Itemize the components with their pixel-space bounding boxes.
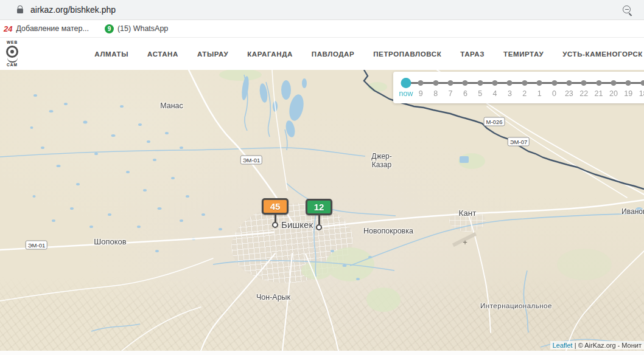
timeline-tick-18[interactable]: 18 (639, 89, 644, 98)
logo-text-top: WEB (7, 41, 18, 45)
map-label-7: Иваново (621, 208, 644, 216)
lock-icon[interactable] (17, 9, 23, 13)
marker-stem (275, 215, 276, 222)
green-count-badge: 9 (105, 24, 114, 33)
map-label-2: Шопоков (94, 238, 126, 247)
bookmark-item-1[interactable]: 9(15) WhatsApp (105, 24, 168, 33)
window-bottom-strip (0, 351, 644, 355)
browser-address-bar[interactable]: airkaz.org/bishkek.php (0, 0, 644, 20)
site-header: WEB CAM АЛМАТЫАСТАНААТЫРАУКАРАГАНДАПАВЛО… (0, 38, 644, 70)
timeline-dot-8[interactable] (433, 80, 438, 86)
timeline-dot-3[interactable] (507, 80, 513, 86)
map-label-5: Джер- Казар (371, 153, 392, 170)
url-text[interactable]: airkaz.org/bishkek.php (30, 5, 116, 15)
timeline-tick-2[interactable]: 2 (522, 89, 527, 98)
timeline-dot-1[interactable] (537, 80, 542, 86)
timeline-dot-4[interactable] (492, 80, 498, 86)
timeline-dot-21[interactable] (596, 80, 601, 86)
timeline-dot-6[interactable] (463, 80, 468, 86)
leaflet-link[interactable]: Leaflet (553, 342, 573, 349)
bookmark-label-0: Добавление матер... (16, 24, 88, 33)
timeline-dot-now[interactable] (401, 78, 411, 88)
timeline-dot-23[interactable] (566, 80, 572, 86)
camera-icon-base (7, 58, 18, 63)
timeline-tick-6[interactable]: 6 (463, 89, 467, 98)
nav-item-0[interactable]: АЛМАТЫ (94, 50, 128, 58)
marker-foot (316, 224, 322, 230)
map-label-8: Интернациональное (480, 302, 552, 310)
timeline-tick-1[interactable]: 1 (537, 89, 542, 98)
timeline-tick-22[interactable]: 22 (579, 89, 588, 98)
aqi-marker-12[interactable]: 12 (306, 199, 332, 230)
road-badge-3: ЭМ-07 (508, 137, 530, 146)
timeline-tick-7[interactable]: 7 (449, 89, 453, 98)
nav-item-7[interactable]: ТЕМИРТАУ (503, 50, 544, 58)
aqi-value-sign[interactable]: 12 (306, 199, 332, 215)
map-label-6: Новопокровка (363, 227, 413, 235)
timeline-tick-5[interactable]: 5 (478, 89, 482, 98)
timeline-dot-9[interactable] (418, 80, 424, 86)
marker-stem (318, 215, 320, 224)
road-badge-0: ЭМ-01 (240, 156, 262, 165)
timeline-tick-9[interactable]: 9 (419, 89, 423, 98)
nav-item-1[interactable]: АСТАНА (147, 50, 178, 58)
zoom-out-icon[interactable] (623, 5, 631, 13)
red-24-favicon: 24 (4, 24, 12, 33)
camera-icon (6, 46, 18, 58)
time-slider[interactable]: now9876543210232221201918 (393, 72, 644, 103)
logo-text-bottom: CAM (7, 63, 18, 67)
bookmark-label-1: (15) WhatsApp (117, 24, 168, 33)
timeline-tick-now[interactable]: now (399, 89, 413, 98)
map-label-3: Кант (458, 209, 476, 218)
webcam-logo[interactable]: WEB CAM (6, 41, 18, 67)
timeline-dot-19[interactable] (626, 80, 631, 86)
timeline-tick-8[interactable]: 8 (433, 89, 438, 98)
attribution-text: | © AirKaz.org - Монит (573, 342, 642, 349)
nav-item-8[interactable]: УСТЬ-КАМЕНОГОРСК (562, 50, 643, 58)
timeline-dot-18[interactable] (640, 80, 644, 86)
airport-symbol: + (463, 238, 467, 247)
timeline-dot-20[interactable] (611, 80, 616, 86)
nav-item-6[interactable]: ТАРАЗ (460, 50, 485, 58)
timeline-dot-2[interactable] (522, 80, 527, 86)
timeline-tick-19[interactable]: 19 (624, 89, 632, 98)
bookmark-item-0[interactable]: 24Добавление матер... (4, 24, 89, 33)
timeline-tick-0[interactable]: 0 (552, 89, 556, 98)
road-badge-1: ЭМ-01 (26, 241, 47, 250)
bookmarks-bar: 24Добавление матер...9(15) WhatsApp (0, 20, 644, 38)
map-label-4: Чон-Арык (256, 293, 290, 302)
timeline-tick-23[interactable]: 23 (565, 89, 573, 98)
aqi-marker-45[interactable]: 45 (262, 198, 289, 228)
nav-item-2[interactable]: АТЫРАУ (197, 50, 228, 58)
city-nav: АЛМАТЫАСТАНААТЫРАУКАРАГАНДАПАВЛОДАРПЕТРО… (94, 50, 644, 58)
timeline-dot-22[interactable] (581, 80, 587, 86)
timeline-tick-20[interactable]: 20 (609, 89, 618, 98)
timeline-dot-5[interactable] (477, 80, 483, 86)
timeline-dot-0[interactable] (551, 80, 557, 86)
timeline-tick-21[interactable]: 21 (595, 89, 603, 98)
nav-item-4[interactable]: ПАВЛОДАР (312, 50, 354, 58)
aqi-value-sign[interactable]: 45 (262, 198, 289, 215)
timeline-dot-7[interactable] (448, 80, 453, 86)
map-label-1: Манас (160, 102, 183, 110)
map-attribution: Leaflet | © AirKaz.org - Монит (550, 341, 644, 350)
air-quality-map[interactable]: + now9876543210232221201918 Leaflet | © … (0, 70, 644, 351)
marker-foot (272, 222, 278, 228)
nav-item-5[interactable]: ПЕТРОПАВЛОВСК (373, 50, 441, 58)
timeline-tick-4[interactable]: 4 (493, 89, 497, 98)
timeline-tick-3[interactable]: 3 (508, 89, 512, 98)
nav-item-3[interactable]: КАРАГАНДА (247, 50, 293, 58)
road-badge-2: М-026 (484, 117, 505, 126)
